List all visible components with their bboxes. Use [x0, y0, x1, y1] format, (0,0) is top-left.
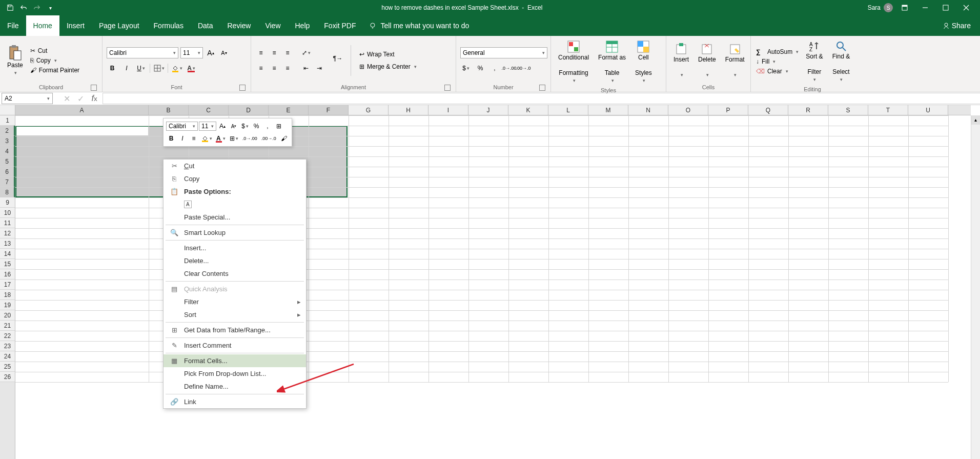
cm-copy[interactable]: ⎘Copy — [164, 172, 306, 185]
tab-data[interactable]: Data — [191, 15, 220, 36]
cm-filter[interactable]: Filter▸ — [164, 295, 306, 308]
share-button[interactable]: Share — [943, 22, 980, 30]
row-header-14[interactable]: 14 — [0, 249, 15, 259]
mini-inc-decimal-icon[interactable]: .0→.00 — [241, 133, 259, 144]
row-header-21[interactable]: 21 — [0, 321, 15, 331]
mini-borders-icon[interactable]: ⊞▾ — [228, 133, 240, 144]
row-header-5[interactable]: 5 — [0, 156, 15, 167]
row-header-7[interactable]: 7 — [0, 177, 15, 187]
cm-link[interactable]: 🔗Link — [164, 395, 306, 408]
row-header-15[interactable]: 15 — [0, 259, 15, 269]
col-header-Q[interactable]: Q — [748, 105, 788, 115]
mini-fill-color-icon[interactable]: ▾ — [200, 133, 214, 144]
format-as-table-button[interactable]: Format asTable ▾ — [595, 38, 629, 86]
mini-table-icon[interactable]: ⊞ — [274, 121, 284, 131]
accounting-format-icon[interactable]: $▾ — [460, 63, 472, 74]
row-header-26[interactable]: 26 — [0, 372, 15, 382]
fx-button[interactable]: fx — [89, 94, 100, 103]
col-header-O[interactable]: O — [668, 105, 708, 115]
tab-insert[interactable]: Insert — [59, 15, 92, 36]
ltr-icon[interactable]: ¶→ — [332, 53, 343, 64]
alignment-dialog-launcher[interactable] — [444, 85, 451, 91]
row-header-3[interactable]: 3 — [0, 136, 15, 146]
font-dialog-launcher[interactable] — [239, 85, 246, 91]
decrease-indent-icon[interactable]: ⇤ — [300, 63, 312, 74]
col-header-U[interactable]: U — [908, 105, 948, 115]
row-header-6[interactable]: 6 — [0, 167, 15, 177]
row-header-1[interactable]: 1 — [0, 115, 15, 126]
cell-grid[interactable] — [15, 115, 971, 459]
col-header-B[interactable]: B — [149, 105, 189, 115]
delete-cells-button[interactable]: Delete▾ — [695, 41, 719, 81]
col-header-C[interactable]: C — [189, 105, 229, 115]
row-header-10[interactable]: 10 — [0, 208, 15, 218]
col-header-A[interactable]: A — [15, 105, 149, 115]
row-headers[interactable]: 1234567891011121314151617181920212223242… — [0, 115, 15, 459]
row-header-24[interactable]: 24 — [0, 351, 15, 362]
mini-increase-font-icon[interactable]: A▴ — [217, 121, 228, 131]
mini-italic-button[interactable]: I — [177, 133, 188, 144]
cm-smart-lookup[interactable]: 🔍Smart Lookup — [164, 226, 306, 239]
vertical-scrollbar[interactable]: ▴ — [971, 115, 980, 459]
mini-comma-icon[interactable]: , — [262, 121, 273, 131]
align-bottom-icon[interactable]: ≡ — [282, 47, 293, 58]
cm-delete[interactable]: Delete... — [164, 254, 306, 267]
col-header-D[interactable]: D — [229, 105, 269, 115]
copy-button[interactable]: ⎘Copy▾ — [29, 56, 80, 65]
mini-font-name[interactable]: Calibri▾ — [166, 122, 198, 131]
format-painter-button[interactable]: 🖌Format Painter — [29, 66, 80, 74]
autosum-button[interactable]: ∑ AutoSum▾ — [755, 48, 800, 56]
paste-button[interactable]: Paste▾ — [4, 43, 26, 78]
mini-align-icon[interactable]: ≡ — [189, 133, 199, 144]
cancel-formula-icon[interactable]: ✕ — [61, 94, 72, 104]
comma-format-icon[interactable]: , — [489, 63, 500, 74]
row-header-13[interactable]: 13 — [0, 238, 15, 249]
clear-button[interactable]: ⌫Clear▾ — [755, 67, 800, 75]
ribbon-display-options[interactable] — [896, 2, 913, 14]
increase-indent-icon[interactable]: ⇥ — [314, 63, 325, 74]
maximize-button[interactable] — [937, 2, 954, 14]
increase-font-icon[interactable]: A▴ — [205, 47, 216, 58]
format-cells-button[interactable]: Format▾ — [722, 41, 748, 81]
row-header-19[interactable]: 19 — [0, 300, 15, 310]
tell-me-search[interactable]: Tell me what you want to do — [369, 22, 469, 30]
row-header-11[interactable]: 11 — [0, 218, 15, 228]
mini-percent-icon[interactable]: % — [251, 121, 261, 131]
tab-page-layout[interactable]: Page Layout — [92, 15, 147, 36]
tab-foxit-pdf[interactable]: Foxit PDF — [317, 15, 363, 36]
col-header-F[interactable]: F — [309, 105, 349, 115]
row-header-17[interactable]: 17 — [0, 280, 15, 290]
col-header-J[interactable]: J — [468, 105, 508, 115]
row-header-4[interactable]: 4 — [0, 146, 15, 156]
col-header-M[interactable]: M — [588, 105, 628, 115]
sort-filter-button[interactable]: AZSort &Filter ▾ — [803, 38, 826, 85]
col-header-S[interactable]: S — [828, 105, 868, 115]
tab-formulas[interactable]: Formulas — [147, 15, 191, 36]
cell-styles-button[interactable]: CellStyles ▾ — [632, 38, 655, 86]
cm-cut[interactable]: ✂CuCutt — [164, 159, 306, 172]
select-all-corner[interactable] — [0, 105, 15, 115]
row-header-2[interactable]: 2 — [0, 126, 15, 136]
bold-button[interactable]: B — [107, 63, 118, 74]
font-color-button[interactable]: A▾ — [186, 63, 197, 74]
cm-paste-keep-text[interactable]: A — [164, 198, 306, 211]
cm-define-name[interactable]: Define Name... — [164, 380, 306, 393]
font-size-select[interactable]: 11▾ — [180, 47, 203, 58]
conditional-formatting-button[interactable]: ConditionalFormatting ▾ — [555, 38, 592, 86]
number-format-select[interactable]: General▾ — [460, 47, 547, 58]
mini-bold-button[interactable]: B — [166, 133, 176, 144]
cm-paste-special[interactable]: Paste Special... — [164, 211, 306, 224]
close-button[interactable] — [957, 2, 975, 14]
col-header-P[interactable]: P — [708, 105, 748, 115]
align-top-icon[interactable]: ≡ — [255, 47, 267, 58]
tab-review[interactable]: Review — [220, 15, 258, 36]
minimize-button[interactable] — [916, 2, 934, 14]
save-button[interactable] — [4, 2, 16, 14]
mini-font-color-icon[interactable]: A▾ — [215, 133, 227, 144]
row-header-18[interactable]: 18 — [0, 290, 15, 300]
col-header-N[interactable]: N — [628, 105, 668, 115]
mini-dec-decimal-icon[interactable]: .00→.0 — [260, 133, 278, 144]
decrease-font-icon[interactable]: A▾ — [218, 47, 230, 58]
align-center-icon[interactable]: ≡ — [269, 63, 280, 74]
row-header-16[interactable]: 16 — [0, 269, 15, 280]
